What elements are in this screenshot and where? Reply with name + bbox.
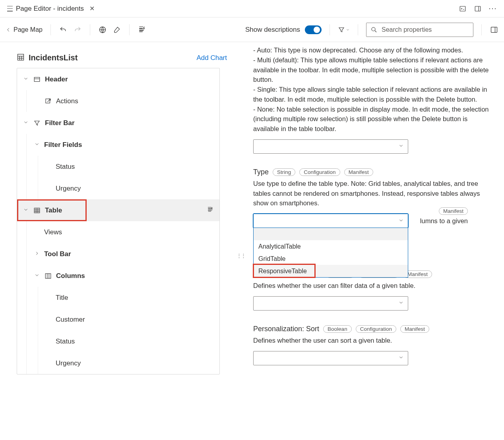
chevron-down-icon: [398, 355, 404, 361]
chevron-down-icon: [34, 141, 40, 148]
chevron-down-icon: [398, 300, 404, 307]
svg-rect-15: [46, 99, 50, 103]
chevron-down-icon: [23, 120, 29, 126]
pill-boolean: Boolean: [323, 325, 352, 333]
tree-item-table[interactable]: Table: [17, 199, 219, 221]
separator: [330, 24, 330, 35]
toolbar: Page Map Show descriptions: [0, 17, 504, 42]
terminal-icon[interactable]: [459, 5, 467, 13]
prop-type-title: Type: [253, 168, 269, 176]
filter-description: Defines whether the user can filter data…: [253, 281, 494, 291]
splitter-handle-icon[interactable]: ⋮⋮: [236, 253, 245, 259]
sort-description: Defines whether the user can sort a give…: [253, 336, 494, 345]
editor-tab[interactable]: Page Editor - incidents ✕: [3, 0, 101, 17]
chevron-down-icon: [23, 76, 29, 83]
show-desc-label: Show descriptions: [245, 26, 300, 34]
tree-item-urgency[interactable]: Urgency: [38, 178, 219, 199]
page-name: IncidentsList: [29, 53, 78, 62]
svg-line-5: [375, 31, 376, 32]
outline-tree: Header Actions Filter Bar Filter Fields: [17, 68, 220, 374]
undo-icon[interactable]: [59, 25, 68, 34]
svg-rect-13: [34, 77, 40, 81]
panel-layout-icon[interactable]: [474, 5, 482, 13]
selection-mode-select[interactable]: [253, 139, 408, 154]
title-bar: Page Editor - incidents ✕ ···: [0, 0, 504, 17]
pill-string: String: [273, 168, 295, 176]
separator: [358, 24, 358, 35]
type-option-analytical[interactable]: AnalyticalTable: [254, 240, 408, 253]
type-option-blank[interactable]: [254, 228, 408, 240]
svg-rect-21: [45, 274, 51, 278]
columns-icon: [44, 272, 52, 280]
close-icon[interactable]: ✕: [87, 5, 97, 12]
tree-item-col-title[interactable]: Title: [38, 287, 219, 309]
show-descriptions-toggle[interactable]: Show descriptions: [245, 25, 322, 34]
search-icon: [370, 26, 378, 33]
toggle-on-icon[interactable]: [305, 25, 322, 34]
separator: [50, 24, 51, 35]
tree-item-columns[interactable]: Columns: [27, 265, 219, 287]
chevron-down-icon: [398, 218, 404, 224]
pill-manifest: Manifest: [344, 168, 373, 176]
prop-sort-header: Personalization: Sort Boolean Configurat…: [253, 325, 494, 333]
separator: [90, 24, 90, 35]
table-icon: [33, 207, 41, 214]
filter-select[interactable]: [253, 296, 408, 311]
tree-item-views[interactable]: Views: [27, 221, 219, 243]
filter-button[interactable]: [338, 26, 350, 33]
svg-rect-8: [18, 54, 24, 60]
actions-icon[interactable]: [207, 206, 214, 214]
svg-rect-16: [34, 208, 40, 213]
pill-manifest: Manifest: [439, 207, 468, 215]
hamburger-icon: [7, 6, 13, 12]
chevron-down-icon: [34, 272, 40, 279]
search-field[interactable]: [382, 26, 469, 33]
svg-rect-6: [491, 27, 497, 32]
tree-item-col-customer[interactable]: Customer: [38, 309, 219, 330]
back-button[interactable]: Page Map: [6, 26, 43, 33]
pill-configuration: Configuration: [356, 325, 396, 333]
tree-item-filter-fields[interactable]: Filter Fields: [27, 134, 219, 156]
tree-item-toolbar[interactable]: Tool Bar: [27, 243, 219, 265]
prop-type-header: Type String Configuration Manifest: [253, 168, 494, 176]
sort-select[interactable]: [253, 351, 408, 365]
modes-description: - Auto: This type is now deprecated. Cho…: [253, 45, 494, 134]
prop-sort-title: Personalization: Sort: [253, 325, 319, 333]
add-chart-button[interactable]: Add Chart: [196, 54, 227, 62]
list-report-icon: [17, 53, 25, 62]
tree-item-header[interactable]: Header: [17, 68, 219, 90]
properties-panel: - Auto: This type is now deprecated. Cho…: [244, 42, 504, 440]
tree-item-status[interactable]: Status: [38, 156, 219, 178]
brush-icon[interactable]: [112, 25, 121, 34]
chevron-down-icon: [23, 207, 29, 214]
pill-configuration: Configuration: [299, 168, 340, 176]
funnel-icon: [33, 120, 41, 127]
type-option-responsive[interactable]: ResponsiveTable: [254, 265, 408, 277]
redo-icon[interactable]: [73, 25, 82, 34]
type-option-grid[interactable]: GridTable: [254, 253, 408, 265]
back-label: Page Map: [14, 26, 43, 33]
svg-rect-0: [460, 6, 465, 11]
tree-item-col-urgency[interactable]: Urgency: [38, 352, 219, 374]
type-dropdown-list: AnalyticalTable GridTable ResponsiveTabl…: [253, 228, 408, 278]
more-icon[interactable]: ···: [489, 5, 497, 13]
tree-item-actions[interactable]: Actions: [27, 90, 219, 112]
tree-item-filter-bar[interactable]: Filter Bar: [17, 112, 219, 134]
type-description: Use type to define the table type. Note:…: [253, 179, 494, 208]
search-input[interactable]: [366, 23, 473, 37]
globe-icon[interactable]: [98, 25, 107, 34]
indent-icon[interactable]: [138, 25, 146, 34]
header-icon: [33, 76, 41, 83]
external-link-icon: [44, 98, 52, 105]
svg-rect-1: [475, 6, 481, 11]
chevron-right-icon: [34, 251, 40, 257]
svg-point-4: [372, 27, 375, 31]
type-select-input[interactable]: [253, 214, 408, 228]
outline-panel: IncidentsList Add Chart Header Actions F…: [0, 42, 244, 440]
side-panel-icon[interactable]: [490, 25, 498, 34]
tab-title: Page Editor - incidents: [16, 5, 84, 13]
separator: [481, 24, 482, 35]
type-select[interactable]: AnalyticalTable GridTable ResponsiveTabl…: [253, 214, 408, 228]
tree-item-col-status[interactable]: Status: [38, 330, 219, 352]
pill-manifest: Manifest: [400, 325, 429, 333]
